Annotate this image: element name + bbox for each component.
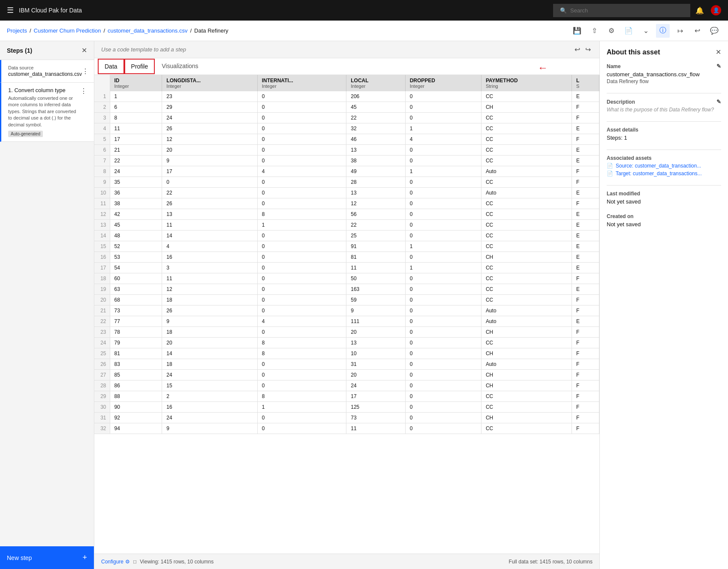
close-right-panel-button[interactable]: ✕ (716, 48, 721, 56)
data-table-container[interactable]: IDInteger LONGDISTA...Integer INTERNATI.… (94, 75, 599, 554)
cell-paymethod: CC (481, 231, 572, 241)
cell-local: 45 (346, 102, 405, 113)
cell-local: 46 (346, 134, 405, 145)
data-source-overflow-button[interactable]: ⋮ (82, 67, 89, 75)
col-header-id[interactable]: IDInteger (110, 75, 162, 91)
cell-paymethod: CC (481, 241, 572, 252)
settings-icon-button[interactable]: ⚙ (605, 24, 618, 38)
cell-dropped: 0 (405, 305, 481, 316)
cell-paymethod: CH (481, 413, 572, 423)
cell-last: F (572, 413, 599, 423)
col-header-local[interactable]: LOCALInteger (346, 75, 405, 91)
col-header-last[interactable]: LS (572, 75, 599, 91)
nav-icons: 🔔 👤 (695, 5, 721, 15)
table-row: 24 79 20 8 13 0 CC F (94, 338, 599, 348)
cell-paymethod: CH (481, 102, 572, 113)
configure-settings-icon: ⚙ (125, 559, 130, 565)
cell-paymethod: CC (481, 113, 572, 123)
data-source-item[interactable]: Data source customer_data_transactions.c… (0, 60, 94, 83)
search-bar[interactable]: 🔍 (553, 4, 690, 17)
info-icon-button[interactable]: ⓘ (656, 24, 670, 38)
name-sub-value: Data Refinery flow (607, 78, 721, 84)
notification-icon[interactable]: 🔔 (695, 6, 704, 15)
breadcrumb-csv[interactable]: customer_data_transactions.csv (108, 27, 187, 34)
description-placeholder[interactable]: What is the purpose of this Data Refiner… (607, 107, 721, 113)
cell-dropped: 0 (405, 338, 481, 348)
col-header-longdist[interactable]: LONGDISTA...Integer (162, 75, 257, 91)
breadcrumb-churn[interactable]: Customer Churn Prediction (34, 27, 101, 34)
hamburger-menu-icon[interactable]: ☰ (7, 6, 14, 15)
step-item-1[interactable]: 1. Convert column type Automatically con… (0, 83, 94, 142)
table-row: 3 8 24 0 22 0 CC F (94, 113, 599, 123)
cell-local: 50 (346, 273, 405, 284)
cell-longdist: 26 (162, 305, 257, 316)
divider-4 (607, 185, 721, 186)
upload-icon-button[interactable]: ⇧ (587, 24, 601, 38)
jobs-dropdown-button[interactable]: ⌄ (639, 24, 653, 38)
tab-visualizations[interactable]: Visualizations (155, 58, 205, 75)
col-header-dropped[interactable]: DROPPEDInteger (405, 75, 481, 91)
row-number-cell: 25 (94, 348, 110, 359)
cell-id: 79 (110, 338, 162, 348)
breadcrumb-projects[interactable]: Projects (7, 27, 27, 34)
cell-dropped: 0 (405, 423, 481, 434)
cell-longdist: 0 (162, 177, 257, 188)
cell-intl: 0 (257, 359, 346, 370)
col-header-paymethod[interactable]: PAYMETHODString (481, 75, 572, 91)
row-number-cell: 8 (94, 166, 110, 177)
cell-dropped: 0 (405, 198, 481, 209)
associated-source[interactable]: 📄 Source: customer_data_transaction... (607, 163, 721, 169)
undo-breadcrumb-icon[interactable]: ↩ (690, 24, 704, 38)
cell-local: 56 (346, 209, 405, 220)
search-input[interactable] (570, 7, 683, 14)
cell-local: 20 (346, 327, 405, 338)
save-icon-button[interactable]: 💾 (570, 24, 584, 38)
auto-generated-badge: Auto-generated (8, 131, 43, 137)
configure-button[interactable]: Configure ⚙ (101, 559, 130, 565)
cell-longdist: 14 (162, 348, 257, 359)
cell-intl: 0 (257, 241, 346, 252)
close-left-panel-button[interactable]: ✕ (81, 46, 87, 54)
divider-2 (607, 121, 721, 122)
description-label: Description ✎ (607, 99, 721, 105)
row-number-cell: 13 (94, 220, 110, 231)
jobs-icon-button[interactable]: 📄 (622, 24, 635, 38)
cell-intl: 0 (257, 273, 346, 284)
table-row: 20 68 18 0 59 0 CC F (94, 295, 599, 305)
cell-local: 11 (346, 263, 405, 273)
code-template-input[interactable] (101, 46, 569, 53)
user-avatar-icon[interactable]: 👤 (711, 5, 721, 15)
undo-button[interactable]: ↩ (573, 44, 582, 55)
cell-last: E (572, 231, 599, 241)
tab-data[interactable]: Data (98, 59, 124, 74)
cell-intl: 0 (257, 284, 346, 295)
description-edit-icon[interactable]: ✎ (716, 99, 721, 105)
name-label: Name ✎ (607, 63, 721, 69)
table-row: 11 38 26 0 12 0 CC F (94, 198, 599, 209)
cell-last: F (572, 338, 599, 348)
cell-id: 22 (110, 156, 162, 166)
cell-intl: 0 (257, 380, 346, 391)
row-number-cell: 11 (94, 198, 110, 209)
name-edit-icon[interactable]: ✎ (716, 63, 721, 69)
cell-id: 24 (110, 166, 162, 177)
redo-button[interactable]: ↪ (584, 44, 593, 55)
col-header-intl[interactable]: INTERNATI...Integer (257, 75, 346, 91)
row-number-cell: 26 (94, 359, 110, 370)
cell-id: 63 (110, 284, 162, 295)
table-row: 32 94 9 0 11 0 CC F (94, 423, 599, 434)
cell-id: 21 (110, 145, 162, 156)
cell-longdist: 16 (162, 402, 257, 413)
tab-profile[interactable]: Profile (124, 59, 155, 74)
associated-target[interactable]: 📄 Target: customer_data_transactions... (607, 171, 721, 177)
cell-intl: 0 (257, 423, 346, 434)
new-step-plus-icon: + (82, 553, 87, 562)
steps-title: Steps (1) (7, 47, 32, 54)
new-step-button[interactable]: New step + (0, 546, 94, 569)
row-number-cell: 9 (94, 177, 110, 188)
chat-icon-button[interactable]: 💬 (707, 24, 721, 38)
cell-paymethod: CC (481, 423, 572, 434)
full-dataset-status: Full data set: 1415 rows, 10 columns (509, 559, 593, 565)
step-1-overflow-button[interactable]: ⋮ (80, 87, 87, 95)
expand-icon-button[interactable]: ↦ (673, 24, 687, 38)
